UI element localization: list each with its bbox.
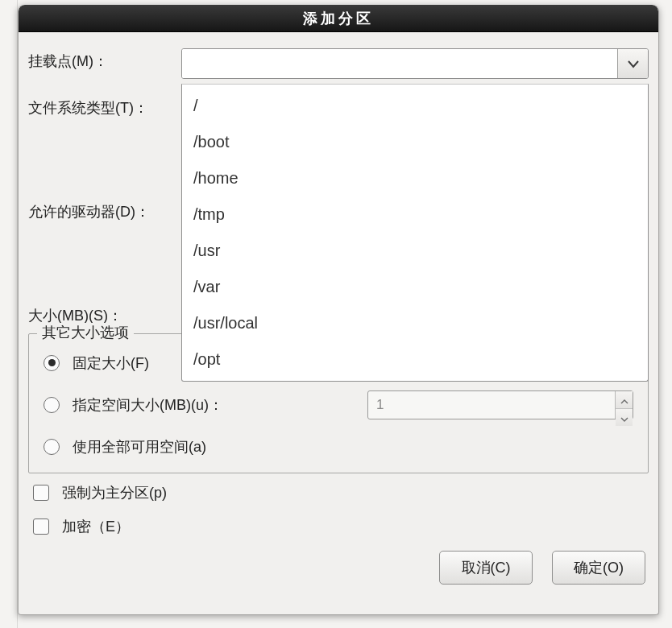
mount-point-field: / /boot /home /tmp /usr /var /usr/local … — [181, 48, 649, 79]
mount-point-label: 挂载点(M)： — [28, 48, 181, 72]
mount-point-dropdown-list: / /boot /home /tmp /usr /var /usr/local … — [181, 84, 649, 382]
cancel-button[interactable]: 取消(C) — [439, 551, 533, 585]
force-primary-label: 强制为主分区(p) — [62, 483, 167, 502]
window-titlebar: 添加分区 — [19, 5, 658, 32]
window-title: 添加分区 — [303, 9, 374, 28]
add-partition-dialog: 添加分区 挂载点(M)： / /boot /home / — [18, 5, 659, 615]
mount-option-usrlocal[interactable]: /usr/local — [182, 305, 648, 341]
radio-row-specify[interactable]: 指定空间大小(MB)(u)： — [44, 390, 633, 419]
specify-size-input[interactable] — [368, 391, 615, 419]
force-primary-checkbox[interactable] — [33, 485, 49, 501]
encrypt-row[interactable]: 加密（E） — [33, 517, 649, 536]
allowed-drives-label: 允许的驱动器(D)： — [28, 199, 181, 222]
mount-option-tmp[interactable]: /tmp — [182, 196, 648, 233]
mount-option-var[interactable]: /var — [182, 269, 648, 305]
mount-point-dropdown-button[interactable] — [617, 49, 648, 78]
mount-point-row: 挂载点(M)： / /boot /home /tmp /usr — [28, 48, 649, 79]
force-primary-row[interactable]: 强制为主分区(p) — [33, 483, 649, 502]
spin-down-button[interactable] — [616, 409, 633, 426]
encrypt-label: 加密（E） — [62, 517, 130, 536]
dialog-button-bar: 取消(C) 确定(O) — [28, 551, 649, 585]
chevron-down-icon — [628, 56, 639, 72]
mount-point-combobox[interactable] — [181, 48, 649, 79]
spin-buttons — [615, 391, 633, 419]
mount-option-root[interactable]: / — [182, 88, 648, 124]
radio-fixed[interactable] — [44, 355, 60, 371]
radio-use-all-label: 使用全部可用空间(a) — [73, 437, 206, 457]
mount-option-opt[interactable]: /opt — [182, 341, 648, 378]
encrypt-checkbox[interactable] — [33, 519, 49, 535]
mount-option-home[interactable]: /home — [182, 160, 648, 196]
radio-specify-label: 指定空间大小(MB)(u)： — [73, 395, 223, 415]
specify-size-spinbox[interactable] — [367, 390, 633, 419]
mount-point-input[interactable] — [182, 49, 617, 78]
radio-fixed-label: 固定大小(F) — [73, 353, 149, 373]
size-options-legend: 其它大小选项 — [37, 323, 134, 342]
ok-button[interactable]: 确定(O) — [552, 551, 645, 585]
chevron-down-icon — [620, 409, 628, 426]
mount-option-boot[interactable]: /boot — [182, 124, 648, 160]
chevron-up-icon — [620, 391, 628, 408]
spin-up-button[interactable] — [616, 391, 633, 409]
fs-type-label: 文件系统类型(T)： — [28, 95, 181, 118]
radio-specify[interactable] — [44, 397, 60, 413]
dialog-content: 挂载点(M)： / /boot /home /tmp /usr — [19, 32, 658, 594]
radio-use-all[interactable] — [44, 439, 60, 455]
radio-row-useall[interactable]: 使用全部可用空间(a) — [44, 437, 633, 457]
mount-option-usr[interactable]: /usr — [182, 233, 648, 269]
background-edge — [0, 0, 18, 628]
